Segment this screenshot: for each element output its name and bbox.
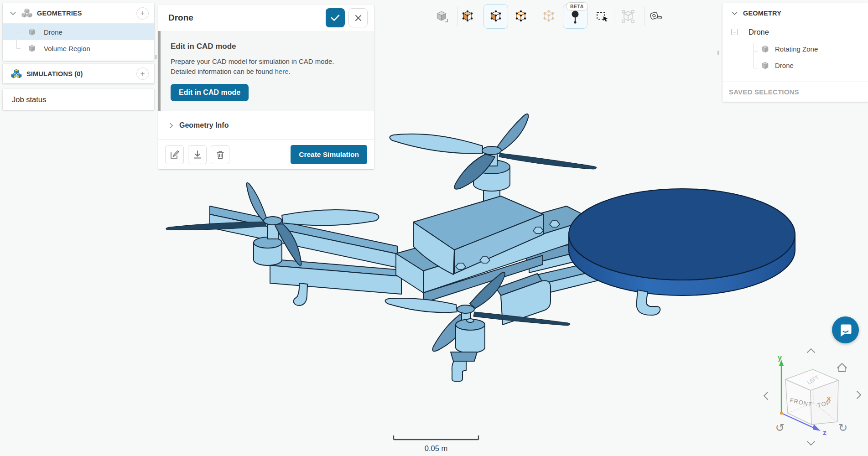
download-button[interactable] [188, 145, 207, 164]
tree-connector [734, 23, 734, 28]
edit-icon [170, 150, 180, 160]
geometry-item-label: Volume Region [44, 45, 90, 52]
tree-connector [754, 68, 758, 68]
dialog-title: Drone [168, 13, 326, 23]
create-simulation-button[interactable]: Create Simulation [291, 145, 367, 164]
download-icon [192, 150, 203, 160]
geometry-info-row[interactable]: Geometry Info [158, 111, 374, 140]
solid-view-button[interactable] [429, 4, 454, 29]
simulations-icon [11, 69, 22, 79]
chat-icon [838, 322, 853, 338]
description-line-2: Detailed information can be found here. [171, 67, 364, 77]
description-period: . [289, 67, 291, 75]
cube-icon [761, 45, 769, 53]
saved-selections-row[interactable]: SAVED SELECTIONS [722, 82, 868, 102]
box-select-button[interactable] [590, 4, 614, 29]
trash-icon [215, 150, 225, 160]
job-status-label: Job status [12, 95, 46, 104]
geometries-header-label: GEOMETRIES [37, 10, 136, 17]
solid-cube-icon [435, 10, 448, 23]
vertex-select-button[interactable] [536, 4, 561, 29]
chevron-down-icon [732, 11, 738, 15]
tree-child-label: Drone [775, 62, 794, 69]
rotate-ccw-icon[interactable]: ↺ [775, 421, 785, 434]
geometries-header-row[interactable]: GEOMETRIES + [3, 3, 154, 24]
saved-selections-label: SAVED SELECTIONS [729, 88, 799, 96]
description-line-1: Prepare your CAD model for simulation in… [171, 57, 364, 67]
collapse-expander-icon[interactable] [731, 29, 738, 35]
scale-bar: 0.05 m [392, 434, 480, 453]
edit-in-cad-mode-button[interactable]: Edit in CAD mode [171, 84, 249, 101]
rotating-zone-disc[interactable] [569, 189, 795, 295]
home-icon[interactable] [837, 363, 847, 372]
tree-root-label: Drone [748, 28, 769, 36]
geometry-info-label: Geometry Info [179, 121, 229, 130]
dialog-footer: Create Simulation [158, 140, 374, 169]
job-status-row[interactable]: Job status [3, 89, 154, 110]
scale-bar-line [392, 434, 480, 441]
delete-button[interactable] [211, 145, 229, 164]
x-axis-label: X [826, 395, 831, 403]
probe-point-icon [568, 9, 582, 24]
tree-child-label: Rotating Zone [775, 45, 818, 53]
vertex-select-icon [542, 10, 556, 23]
chat-button[interactable] [832, 316, 859, 343]
nav-left-chevron[interactable] [764, 392, 768, 399]
edge-select-icon [514, 10, 528, 23]
dialog-header: Drone [158, 5, 374, 31]
y-axis-label: y [778, 354, 782, 362]
tree-child-drone[interactable]: Drone [722, 57, 868, 73]
scale-label: 0.05 m [392, 444, 480, 453]
measure-button[interactable] [643, 4, 668, 29]
box-select-icon [595, 9, 609, 24]
cube-icon [761, 61, 769, 70]
rotate-cw-icon[interactable]: ↻ [838, 421, 847, 434]
check-icon [331, 14, 340, 21]
z-axis-label: z [823, 429, 826, 436]
rename-button[interactable] [165, 145, 184, 164]
y-axis: y [778, 354, 784, 413]
cad-mode-section: Edit in CAD mode Prepare your CAD model … [158, 31, 374, 111]
cube-icon [28, 28, 36, 36]
right-panel-resize-handle[interactable]: ‖ [717, 49, 720, 56]
nav-down-chevron[interactable] [807, 441, 815, 445]
volume-select-button[interactable] [455, 4, 480, 29]
here-link[interactable]: here [275, 67, 288, 75]
face-select-button[interactable] [483, 4, 508, 29]
tree-connector [754, 43, 754, 68]
tree-child-rotating-zone[interactable]: Rotating Zone [722, 41, 868, 57]
job-status-panel: Job status [3, 89, 154, 110]
tree-root-row[interactable]: Drone [722, 23, 868, 41]
cube-icon [28, 44, 36, 52]
geometry-item-drone[interactable]: Drone [3, 24, 154, 40]
toolbar-separator [615, 6, 615, 26]
geometry-item-volume-region[interactable]: Volume Region [3, 40, 154, 57]
assembly-button[interactable] [616, 4, 640, 29]
geometry-dialog: Drone Edit in CAD mode Prepare your CAD … [158, 5, 374, 169]
geometry-item-label: Drone [44, 28, 62, 36]
nav-right-chevron[interactable] [857, 391, 861, 399]
description-line-2-text: Detailed information can be found [171, 67, 275, 75]
assembly-icon [621, 10, 635, 23]
simulations-header-row[interactable]: SIMULATIONS (0) + [3, 64, 154, 83]
chevron-right-icon [169, 123, 173, 129]
geometry-tree-panel: GEOMETRY Drone Rotating Zone Drone SAVED… [722, 3, 868, 102]
close-icon [355, 15, 362, 21]
origin-marker [780, 412, 783, 415]
left-panel-resize-handle[interactable]: ‖ [155, 53, 157, 60]
nav-up-chevron[interactable] [807, 349, 815, 352]
apply-button[interactable] [326, 8, 345, 27]
geometry-header-row[interactable]: GEOMETRY [722, 3, 868, 23]
tree-connector [16, 32, 21, 32]
add-geometry-button[interactable]: + [136, 7, 149, 20]
measure-tape-icon [648, 9, 663, 24]
simulations-panel: SIMULATIONS (0) + [3, 64, 154, 83]
edge-select-button[interactable] [509, 4, 533, 29]
geometry-header-label: GEOMETRY [743, 10, 868, 17]
chevron-down-icon [10, 11, 16, 15]
add-simulation-button[interactable]: + [136, 67, 149, 80]
close-button[interactable] [348, 8, 368, 27]
volume-select-icon [461, 10, 474, 23]
nav-widget[interactable]: ↺ ↻ FRONT TOP LEFT y z X [757, 341, 868, 455]
beta-badge: BETA [566, 2, 588, 10]
